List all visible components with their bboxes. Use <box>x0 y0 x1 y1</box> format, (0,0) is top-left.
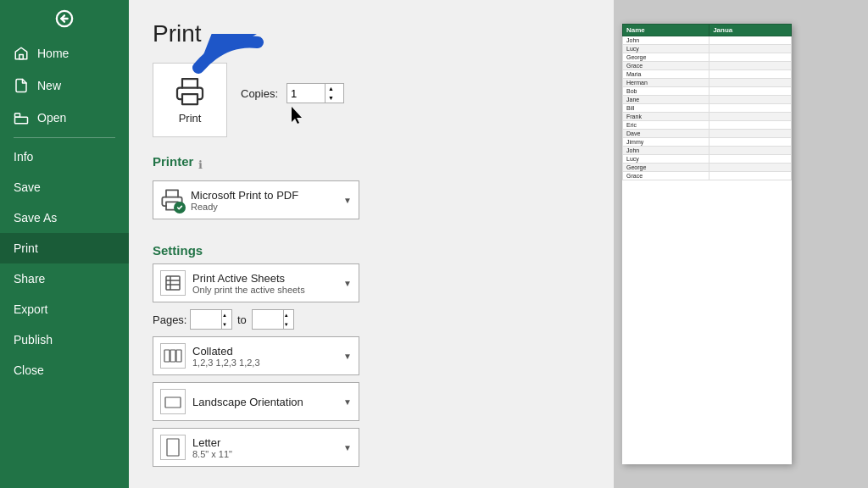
orientation-icon <box>160 389 186 414</box>
pages-from-input[interactable] <box>191 313 221 325</box>
copies-row: Copies: ▲ ▼ <box>241 83 344 103</box>
sidebar-item-publish[interactable]: Publish <box>0 324 129 355</box>
sidebar-open-label: Open <box>37 111 66 125</box>
open-icon <box>14 110 29 125</box>
copies-down-arrow[interactable]: ▼ <box>326 93 337 103</box>
pages-to-down[interactable]: ▼ <box>284 319 289 329</box>
pages-label: Pages: <box>153 313 185 326</box>
sidebar-item-info[interactable]: Info <box>0 141 129 172</box>
orientation-main: Landscape Orientation <box>192 396 337 408</box>
collate-icon <box>164 348 182 363</box>
sidebar-item-print[interactable]: Print <box>0 233 129 263</box>
checkmark-icon <box>176 204 183 211</box>
active-sheets-main: Print Active Sheets <box>192 272 337 285</box>
copies-label: Copies: <box>241 87 278 100</box>
paper-sub: 8.5" x 11" <box>192 449 337 459</box>
back-icon <box>55 9 74 28</box>
print-button-label: Print <box>179 112 202 125</box>
printer-dropdown[interactable]: Microsoft Print to PDF Ready ▼ <box>153 180 359 219</box>
preview-col-name: Name <box>623 25 709 36</box>
new-icon <box>14 78 29 93</box>
svg-rect-16 <box>167 439 179 456</box>
svg-rect-2 <box>19 55 24 59</box>
active-sheets-text: Print Active Sheets Only print the activ… <box>192 272 337 295</box>
sidebar-export-label: Export <box>14 302 47 316</box>
paper-text: Letter 8.5" x 11" <box>192 436 337 459</box>
table-row: George <box>623 53 792 62</box>
orientation-dropdown[interactable]: Landscape Orientation ▼ <box>153 382 359 421</box>
orientation-text: Landscape Orientation <box>192 396 337 408</box>
printer-ready-dot <box>174 202 186 214</box>
table-row: Lucy <box>623 45 792 53</box>
landscape-icon <box>164 394 182 409</box>
copies-up-arrow[interactable]: ▲ <box>326 84 337 93</box>
active-sheets-dropdown[interactable]: Print Active Sheets Only print the activ… <box>153 263 359 302</box>
sidebar-saveas-label: Save As <box>14 211 57 225</box>
sidebar-item-new[interactable]: New <box>0 69 129 102</box>
pages-to-up[interactable]: ▲ <box>284 310 289 319</box>
table-row: Dave <box>623 130 792 138</box>
pages-from-up[interactable]: ▲ <box>222 310 227 319</box>
table-row: Bob <box>623 87 792 96</box>
collated-dropdown[interactable]: Collated 1,2,3 1,2,3 1,2,3 ▼ <box>153 336 359 375</box>
copies-spinbox[interactable]: ▲ ▼ <box>287 83 344 103</box>
copies-input[interactable] <box>287 84 325 103</box>
table-row: Grace <box>623 172 792 180</box>
svg-rect-13 <box>170 350 175 362</box>
table-row: Grace <box>623 62 792 70</box>
sidebar-divider <box>14 137 115 138</box>
pages-from-down[interactable]: ▼ <box>222 319 227 329</box>
paper-chevron-icon: ▼ <box>343 443 352 452</box>
printer-chevron-icon: ▼ <box>343 196 352 205</box>
back-button[interactable] <box>0 0 129 37</box>
table-row: Frank <box>623 113 792 121</box>
collated-icon <box>160 343 186 369</box>
print-button[interactable]: Print <box>153 63 227 137</box>
collated-chevron-icon: ▼ <box>343 352 352 361</box>
sidebar-item-close[interactable]: Close <box>0 355 129 385</box>
table-row: Eric <box>623 121 792 130</box>
printer-status: Ready <box>191 202 337 212</box>
sidebar-item-export[interactable]: Export <box>0 294 129 324</box>
table-row: Jimmy <box>623 138 792 147</box>
printer-text: Microsoft Print to PDF Ready <box>191 189 337 212</box>
collated-main: Collated <box>192 345 337 358</box>
preview-col-janua: Janua <box>709 25 792 36</box>
active-sheets-chevron-icon: ▼ <box>343 279 352 288</box>
pages-from-spinbox[interactable]: ▲ ▼ <box>190 309 232 330</box>
sidebar-share-label: Share <box>14 272 45 286</box>
svg-rect-15 <box>165 397 181 408</box>
svg-rect-6 <box>182 94 198 104</box>
info-icon: ℹ <box>198 158 203 171</box>
sidebar-print-label: Print <box>14 241 38 255</box>
sidebar-item-save[interactable]: Save <box>0 172 129 202</box>
sidebar-item-share[interactable]: Share <box>0 263 129 294</box>
home-icon <box>14 46 29 61</box>
preview-table: Name Janua JohnLucyGeorgeGraceMariaHerma… <box>622 24 792 180</box>
sidebar-item-open[interactable]: Open <box>0 102 129 134</box>
table-row: George <box>623 164 792 172</box>
pages-to-label: to <box>237 313 247 326</box>
pages-to-input[interactable] <box>253 313 283 325</box>
table-row: John <box>623 147 792 155</box>
table-row: Maria <box>623 70 792 79</box>
sidebar-item-save-as[interactable]: Save As <box>0 202 129 233</box>
sidebar-new-label: New <box>37 79 61 92</box>
svg-rect-14 <box>176 350 181 362</box>
printer-icon <box>175 76 205 107</box>
table-row: Herman <box>623 79 792 87</box>
svg-rect-4 <box>15 117 28 124</box>
orientation-chevron-icon: ▼ <box>343 397 352 407</box>
preview-page: Name Janua JohnLucyGeorgeGraceMariaHerma… <box>622 24 792 464</box>
printer-icon-area <box>160 188 184 212</box>
sidebar-item-home[interactable]: Home <box>0 37 129 69</box>
sidebar-save-label: Save <box>14 180 41 194</box>
pages-to-spinbox[interactable]: ▲ ▼ <box>252 309 294 330</box>
table-row: John <box>623 36 792 45</box>
printer-section-title: Printer <box>153 154 193 169</box>
sidebar-home-label: Home <box>37 47 69 60</box>
sidebar-close-label: Close <box>14 363 44 377</box>
paper-dropdown[interactable]: Letter 8.5" x 11" ▼ <box>153 428 359 467</box>
svg-rect-8 <box>166 276 180 290</box>
sidebar: Home New Open Info Save Save As Print Sh… <box>0 0 129 488</box>
